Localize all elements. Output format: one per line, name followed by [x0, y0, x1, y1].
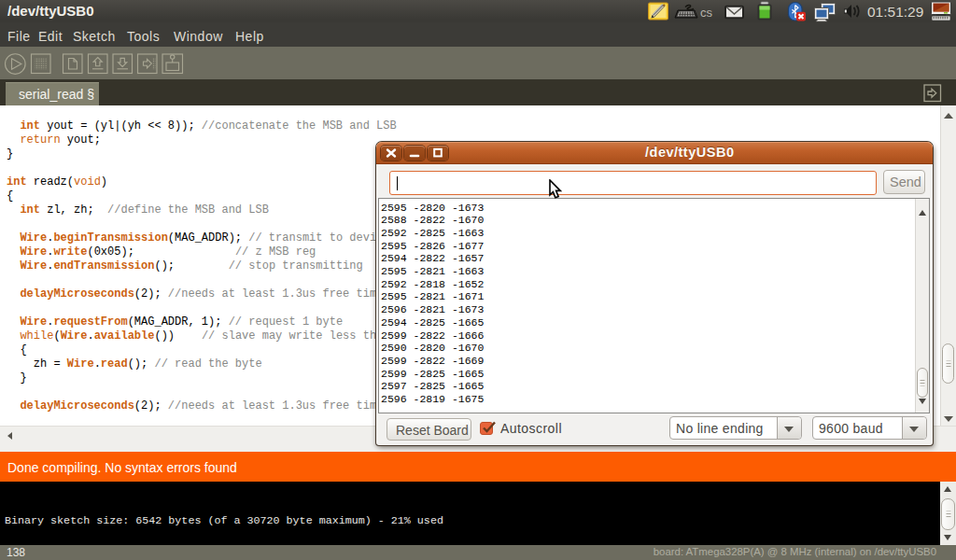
svg-text:cs: cs [700, 6, 713, 20]
